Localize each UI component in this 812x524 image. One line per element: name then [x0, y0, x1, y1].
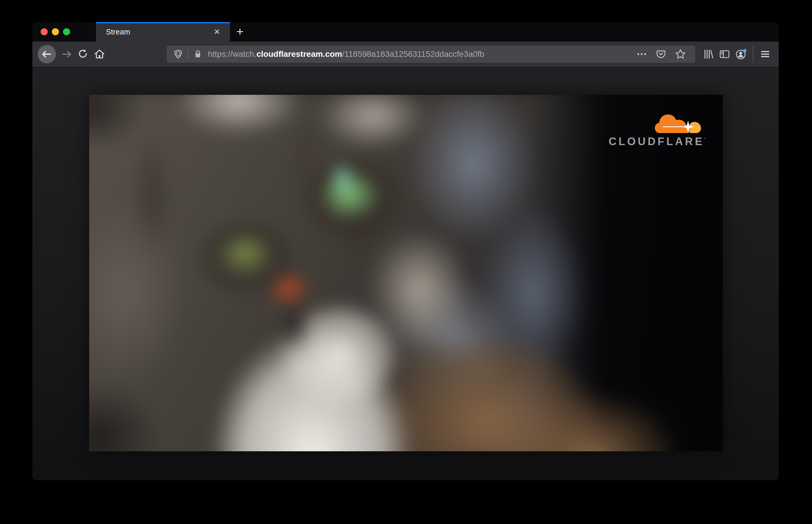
close-window-button[interactable]: [40, 28, 48, 35]
tracking-protection-shield-icon[interactable]: [173, 49, 183, 59]
reload-button[interactable]: [75, 46, 91, 62]
url-bar[interactable]: https://watch.cloudflarestream.com/11859…: [167, 46, 695, 63]
hamburger-menu-icon: [760, 49, 771, 60]
library-icon: [702, 49, 714, 60]
library-button[interactable]: [700, 46, 716, 62]
menu-button[interactable]: [757, 46, 774, 62]
cloudflare-cloud-icon: [653, 110, 703, 134]
home-button[interactable]: [91, 46, 108, 62]
browser-window: Stream ✕ +: [32, 22, 779, 480]
bookmark-button[interactable]: [672, 46, 689, 62]
pocket-icon: [656, 49, 666, 60]
account-icon: [735, 48, 747, 60]
tab-close-icon[interactable]: ✕: [211, 25, 224, 38]
lock-icon[interactable]: [193, 49, 202, 59]
forward-icon: [61, 49, 72, 60]
video-player[interactable]: CLOUDFLARE’: [89, 95, 723, 451]
tab-title: Stream: [106, 28, 211, 36]
cloudflare-trademark: ’: [704, 137, 706, 143]
new-tab-button[interactable]: +: [233, 25, 247, 39]
url-path: /118598a163a125631152ddaccfe3a0fb: [342, 49, 484, 59]
video-frame-cat: [89, 95, 723, 451]
back-button[interactable]: [38, 45, 56, 63]
bookmark-star-icon: [675, 49, 686, 60]
url-domain: cloudflarestream.com: [257, 49, 342, 59]
tab-stream[interactable]: Stream ✕: [96, 22, 230, 42]
toolbar-separator: [753, 46, 753, 62]
toolbar-right-group: [700, 46, 774, 62]
reload-icon: [78, 49, 88, 60]
account-notification-dot: [743, 49, 747, 52]
forward-button[interactable]: [58, 46, 75, 62]
url-scheme: https://watch.: [208, 49, 257, 59]
cloudflare-wordmark-text: CLOUDFLARE: [608, 135, 704, 147]
minimize-window-button[interactable]: [52, 28, 59, 35]
tab-strip: Stream ✕ +: [32, 22, 779, 42]
sidebar-button[interactable]: [716, 46, 733, 62]
sidebar-icon: [719, 49, 730, 60]
page-content: CLOUDFLARE’: [32, 67, 779, 480]
traffic-lights: [40, 28, 70, 35]
cloudflare-wordmark: CLOUDFLARE’: [608, 135, 706, 148]
cloudflare-logo: CLOUDFLARE’: [608, 110, 706, 148]
urlbar-divider: [188, 49, 189, 60]
zoom-window-button[interactable]: [63, 28, 70, 35]
urlbar-actions: •••: [635, 46, 689, 62]
home-icon: [94, 49, 105, 60]
pocket-button[interactable]: [653, 46, 669, 62]
account-button[interactable]: [733, 46, 749, 62]
url-text[interactable]: https://watch.cloudflarestream.com/11859…: [208, 49, 484, 59]
navigation-toolbar: https://watch.cloudflarestream.com/11859…: [32, 42, 779, 67]
page-actions-icon[interactable]: •••: [635, 50, 650, 58]
back-icon: [41, 49, 52, 60]
